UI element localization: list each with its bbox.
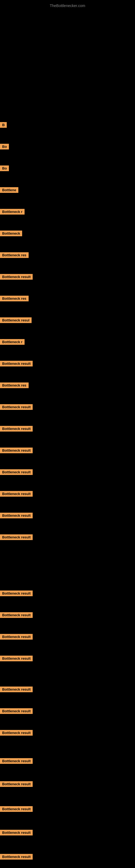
bottleneck-label-30: Bottleneck result xyxy=(0,806,33,812)
bottleneck-label-4: Bottlene xyxy=(0,187,18,193)
bottleneck-label-9: Bottleneck res xyxy=(0,296,29,301)
bottleneck-label-13: Bottleneck res xyxy=(0,382,29,388)
bottleneck-label-21: Bottleneck result xyxy=(0,590,33,596)
bottleneck-label-25: Bottleneck result xyxy=(0,686,33,692)
bottleneck-label-11: Bottleneck r xyxy=(0,339,25,345)
bottleneck-label-8: Bottleneck result xyxy=(0,274,33,280)
bottleneck-label-6: Bottleneck xyxy=(0,230,22,236)
bottleneck-label-17: Bottleneck result xyxy=(0,469,33,475)
bottleneck-label-1: B xyxy=(0,122,7,128)
bottleneck-label-16: Bottleneck result xyxy=(0,447,33,453)
bottleneck-label-26: Bottleneck result xyxy=(0,708,33,714)
bottleneck-label-29: Bottleneck result xyxy=(0,781,33,787)
bottleneck-label-32: Bottleneck result xyxy=(0,854,33,860)
bottleneck-label-2: Bo xyxy=(0,144,9,150)
bottleneck-label-15: Bottleneck result xyxy=(0,426,33,432)
bottleneck-label-14: Bottleneck result xyxy=(0,404,33,410)
bottleneck-label-18: Bottleneck result xyxy=(0,491,33,497)
bottleneck-label-19: Bottleneck result xyxy=(0,513,33,518)
bottleneck-label-22: Bottleneck result xyxy=(0,612,33,618)
site-title: TheBottlenecker.com xyxy=(0,1,135,10)
bottleneck-label-3: Bo xyxy=(0,165,9,171)
bottleneck-label-23: Bottleneck result xyxy=(0,634,33,640)
bottleneck-label-5: Bottleneck r xyxy=(0,209,25,215)
bottleneck-label-12: Bottleneck result xyxy=(0,361,33,367)
bottleneck-label-27: Bottleneck result xyxy=(0,730,33,736)
bottleneck-label-31: Bottleneck result xyxy=(0,830,33,835)
bottleneck-label-20: Bottleneck result xyxy=(0,534,33,540)
bottleneck-label-24: Bottleneck result xyxy=(0,656,33,661)
bottleneck-label-10: Bottleneck resul xyxy=(0,317,32,323)
bottleneck-label-7: Bottleneck res xyxy=(0,252,29,258)
bottleneck-label-28: Bottleneck result xyxy=(0,758,33,764)
